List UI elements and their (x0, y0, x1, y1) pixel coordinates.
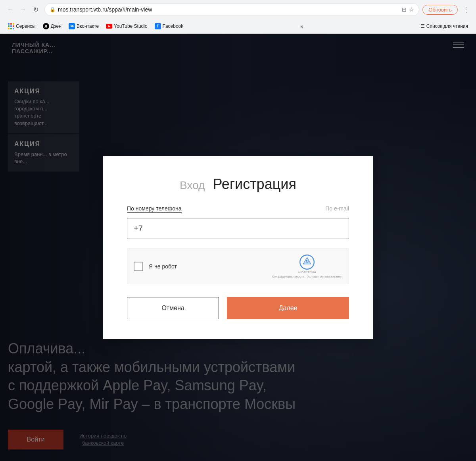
bookmark-facebook[interactable]: f Facebook (152, 22, 187, 31)
recaptcha-logo-icon: ↻ (299, 255, 315, 270)
bookmarks-bar: Сервисы Д Дзен ВК Вконтакте ▶ YouTube St… (0, 19, 476, 33)
bookmark-dzen-label: Дзен (51, 23, 61, 29)
reading-list-icon: ☰ (420, 23, 425, 29)
cancel-button[interactable]: Отмена (127, 297, 219, 319)
page-background: ЛИЧНЫЙ КА... ПАССАЖИР... АКЦИЯ Скидки по… (0, 34, 476, 461)
modal-tabs: Вход Регистрация (127, 176, 349, 193)
reading-list-button[interactable]: ☰ Список для чтения (417, 22, 471, 30)
subtab-phone[interactable]: По номеру телефона (127, 205, 182, 213)
recaptcha-links: Конфиденциальность - Условия использован… (272, 275, 342, 278)
phone-input[interactable] (134, 224, 342, 233)
bookmark-services-label: Сервисы (16, 23, 36, 29)
browser-chrome: ← → ↻ 🔒 mos.transport.vtb.ru/sppa/#/main… (0, 0, 476, 34)
vk-icon: ВК (69, 23, 75, 29)
recaptcha-brand: ↻ reCAPTCHA Конфиденциальность - Условия… (272, 255, 342, 278)
browser-toolbar: ← → ↻ 🔒 mos.transport.vtb.ru/sppa/#/main… (0, 0, 476, 19)
tab-register[interactable]: Регистрация (213, 176, 296, 193)
modal-overlay: Вход Регистрация По номеру телефона По e… (0, 34, 476, 461)
bookmark-star-icon[interactable]: ☆ (409, 6, 414, 13)
bookmark-youtube[interactable]: ▶ YouTube Studio (103, 22, 151, 30)
registration-modal: Вход Регистрация По номеру телефона По e… (103, 156, 373, 339)
translate-icon[interactable]: ⊟ (402, 6, 407, 13)
captcha-checkbox[interactable] (134, 262, 143, 271)
youtube-icon: ▶ (106, 24, 112, 29)
subtab-email[interactable]: По e-mail (325, 205, 349, 213)
forward-icon: → (20, 6, 26, 13)
next-button[interactable]: Далее (227, 297, 349, 319)
bookmark-vkontakte[interactable]: ВК Вконтакте (65, 22, 102, 31)
captcha-left: Я не робот (134, 262, 177, 271)
reload-icon: ↻ (33, 6, 38, 14)
modal-actions: Отмена Далее (127, 297, 349, 319)
back-button[interactable]: ← (5, 4, 16, 15)
modal-subtabs: По номеру телефона По e-mail (127, 205, 349, 213)
recaptcha-text: reCAPTCHA (298, 270, 316, 274)
bookmarks-more-icon[interactable]: » (300, 23, 303, 29)
reading-list-label: Список для чтения (426, 23, 468, 29)
services-icon (8, 23, 14, 29)
phone-input-wrapper (127, 218, 349, 239)
captcha-label: Я не робот (149, 263, 177, 270)
browser-actions: Обновить ⋮ (422, 4, 471, 15)
back-icon: ← (7, 6, 13, 13)
bookmark-youtube-label: YouTube Studio (114, 23, 148, 29)
svg-text:↻: ↻ (305, 259, 309, 264)
facebook-icon: f (155, 23, 161, 29)
update-button[interactable]: Обновить (422, 5, 458, 15)
tab-login[interactable]: Вход (180, 179, 205, 192)
bookmark-services[interactable]: Сервисы (5, 22, 39, 31)
bookmark-vk-label: Вконтакте (77, 23, 99, 29)
bookmark-facebook-label: Facebook (163, 23, 184, 29)
url-text: mos.transport.vtb.ru/sppa/#/main-view (58, 6, 399, 13)
dzen-icon: Д (43, 23, 49, 29)
address-bar[interactable]: 🔒 mos.transport.vtb.ru/sppa/#/main-view … (44, 3, 419, 16)
nav-buttons: ← → ↻ (5, 4, 41, 15)
bookmark-dzen[interactable]: Д Дзен (40, 22, 65, 31)
lock-icon: 🔒 (50, 7, 56, 12)
recaptcha-privacy-link[interactable]: Конфиденциальность (272, 275, 304, 278)
browser-menu-icon[interactable]: ⋮ (461, 4, 471, 15)
forward-button[interactable]: → (17, 4, 29, 15)
captcha-widget: Я не робот ↻ reCAPTCHA Конфиденциальност… (127, 249, 349, 284)
recaptcha-terms-link[interactable]: Условия использования (307, 275, 342, 278)
reload-button[interactable]: ↻ (30, 4, 41, 15)
